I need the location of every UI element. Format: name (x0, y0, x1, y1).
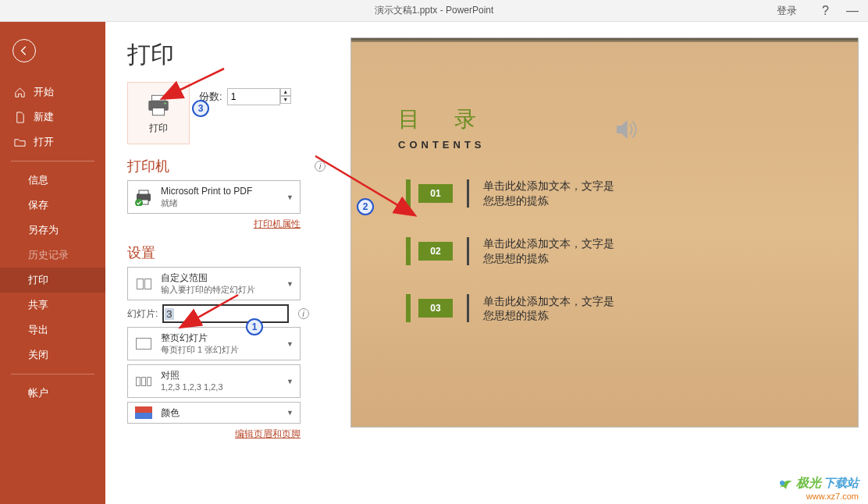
toc-item: 01 单击此处添加文本，文字是您思想的提炼 (406, 179, 811, 208)
printer-ready-icon (134, 189, 153, 206)
minimize-button[interactable]: — (843, 4, 862, 18)
slides-input-value: 3 (165, 308, 173, 320)
slides-input[interactable] (174, 307, 286, 321)
slide-title: 目 录 (398, 105, 811, 134)
full-page-icon (134, 338, 153, 350)
sidebar-item-history[interactable]: 历史记录 (0, 243, 105, 268)
svg-point-4 (164, 102, 166, 105)
svg-rect-3 (152, 108, 164, 115)
chevron-down-icon: ▼ (286, 193, 293, 201)
sidebar-item-save[interactable]: 保存 (0, 193, 105, 218)
printer-properties-link[interactable]: 打印机属性 (254, 218, 301, 229)
sidebar-item-home[interactable]: 开始 (0, 80, 105, 105)
sidebar-item-account[interactable]: 帐户 (0, 381, 105, 406)
toc-item: 03 单击此处添加文本，文字是您思想的提炼 (406, 294, 811, 324)
print-settings-panel: 打印 打印 份数: ▲ (105, 22, 332, 504)
settings-section-title: 设置 (127, 243, 155, 262)
printer-dropdown[interactable]: Microsoft Print to PDF 就绪 ▼ (127, 180, 301, 214)
color-swatch-icon (134, 406, 153, 419)
sidebar-item-print[interactable]: 打印 (0, 268, 105, 293)
copies-input[interactable] (227, 88, 280, 105)
printer-name: Microsoft Print to PDF (161, 185, 279, 197)
info-icon[interactable]: i (298, 308, 309, 319)
speaker-icon (613, 116, 639, 145)
slides-range-icon (134, 279, 153, 289)
info-icon[interactable]: i (315, 161, 326, 172)
back-button[interactable] (12, 39, 36, 62)
chevron-down-icon: ▼ (286, 340, 293, 348)
sidebar-item-close[interactable]: 关闭 (0, 343, 105, 367)
sidebar-label: 打开 (34, 135, 54, 149)
printer-status: 就绪 (161, 197, 279, 209)
edit-header-footer-link[interactable]: 编辑页眉和页脚 (235, 428, 301, 439)
help-button[interactable]: ? (819, 4, 832, 18)
slide-preview: 目 录 CONTENTS 01 单击此处添加文本，文字是您思想的提炼 02 单击… (350, 37, 859, 428)
backstage-sidebar: 开始 新建 打开 信息 保存 另存为 历史记录 打印 共享 导出 关闭 帐户 (0, 22, 105, 504)
sidebar-item-new[interactable]: 新建 (0, 105, 105, 130)
print-range-dropdown[interactable]: 自定义范围 输入要打印的特定幻灯片 ▼ (127, 267, 301, 300)
collate-dropdown[interactable]: 对照 1,2,3 1,2,3 1,2,3 ▼ (127, 364, 301, 398)
print-button[interactable]: 打印 (127, 82, 190, 144)
copies-spin-down[interactable]: ▼ (280, 96, 291, 104)
print-button-label: 打印 (149, 122, 168, 135)
title-bar: 演示文稿1.pptx - PowerPoint 登录 ? — (0, 0, 868, 22)
print-preview: 目 录 CONTENTS 01 单击此处添加文本，文字是您思想的提炼 02 单击… (332, 22, 868, 504)
watermark: 极光下载站 www.xz7.com (778, 475, 859, 501)
layout-dropdown[interactable]: 整页幻灯片 每页打印 1 张幻灯片 ▼ (127, 327, 301, 360)
page-title: 打印 (127, 39, 326, 71)
sidebar-item-info[interactable]: 信息 (0, 168, 105, 193)
svg-point-12 (780, 481, 784, 485)
chevron-down-icon: ▼ (286, 280, 293, 288)
sidebar-item-share[interactable]: 共享 (0, 293, 105, 318)
copies-label: 份数: (199, 90, 222, 104)
printer-section-title: 打印机 (127, 157, 169, 176)
chevron-down-icon: ▼ (286, 409, 293, 417)
copies-spin-up[interactable]: ▲ (280, 88, 291, 96)
printer-icon (145, 92, 172, 119)
slides-input-label: 幻灯片: (127, 307, 158, 321)
sidebar-label: 开始 (34, 85, 54, 99)
svg-rect-6 (139, 190, 148, 194)
sidebar-item-saveas[interactable]: 另存为 (0, 218, 105, 243)
sidebar-label: 新建 (34, 110, 54, 124)
sidebar-item-export[interactable]: 导出 (0, 318, 105, 343)
svg-rect-1 (152, 95, 165, 101)
color-dropdown[interactable]: 颜色 ▼ (127, 402, 301, 424)
collate-icon (134, 377, 153, 386)
toc-item: 02 单击此处添加文本，文字是您思想的提炼 (406, 236, 811, 266)
slide-subtitle: CONTENTS (398, 139, 811, 151)
chevron-down-icon: ▼ (286, 378, 293, 385)
login-link[interactable]: 登录 (777, 4, 797, 18)
window-title: 演示文稿1.pptx - PowerPoint (375, 4, 494, 17)
sidebar-item-open[interactable]: 打开 (0, 130, 105, 154)
